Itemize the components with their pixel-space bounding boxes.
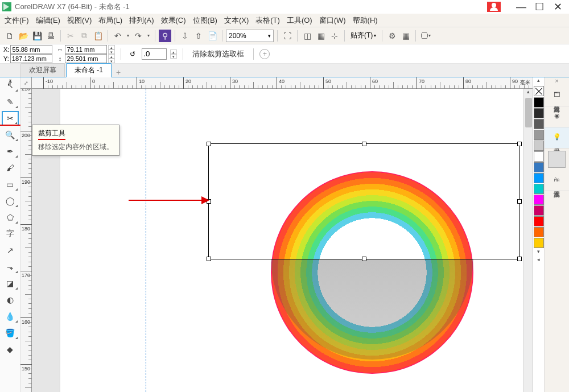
scroll-thumb[interactable] — [525, 98, 532, 127]
color-swatch[interactable] — [534, 205, 544, 216]
user-account-icon[interactable] — [487, 2, 501, 12]
color-swatch[interactable] — [534, 238, 544, 248]
parallel-dimension-tool-icon[interactable]: ↗ — [2, 244, 18, 257]
menu-bitmap[interactable]: 位图(B) — [193, 15, 217, 26]
y-position-input[interactable] — [10, 54, 52, 63]
width-spinner[interactable]: ▴▾ — [108, 45, 115, 54]
crop-handle-e[interactable] — [517, 199, 522, 204]
palette-flyout-icon[interactable]: ◂ — [533, 257, 544, 265]
color-swatch[interactable] — [534, 97, 544, 108]
clear-crop-marquee-button[interactable]: 清除裁剪选取框 — [189, 48, 248, 60]
color-swatch[interactable] — [534, 173, 544, 183]
color-swatch[interactable] — [534, 227, 544, 237]
menu-layout[interactable]: 布局(L) — [98, 15, 122, 26]
shape-tool-icon[interactable]: ✎ — [2, 95, 18, 109]
crop-tool-icon[interactable]: ✂ — [2, 112, 18, 125]
crop-handle-nw[interactable] — [207, 142, 211, 146]
crop-handle-n[interactable] — [362, 142, 366, 146]
tab-document[interactable]: 未命名 -1 — [66, 63, 112, 77]
show-guidelines-icon[interactable]: ⊹ — [328, 30, 341, 42]
connector-tool-icon[interactable]: ⬎ — [2, 260, 18, 274]
ellipse-tool-icon[interactable]: ◯ — [2, 194, 18, 208]
width-input[interactable] — [65, 45, 107, 54]
crop-handle-se[interactable] — [517, 257, 522, 261]
x-position-input[interactable] — [10, 45, 52, 54]
ruler-origin-icon[interactable]: ⤢ — [20, 77, 32, 89]
export-icon[interactable]: ⇧ — [192, 30, 205, 42]
color-swatch[interactable] — [534, 119, 544, 129]
color-swatch[interactable] — [534, 108, 544, 118]
freehand-tool-icon[interactable]: ✒ — [2, 145, 18, 158]
color-swatch[interactable] — [534, 195, 544, 205]
color-swatch[interactable] — [534, 162, 544, 172]
artistic-media-tool-icon[interactable]: 🖌 — [2, 161, 18, 175]
customize-dropdown-icon[interactable]: 🖵 ▾ — [419, 30, 432, 42]
print-icon[interactable]: 🖶 — [44, 30, 57, 42]
redo-icon[interactable]: ↷ — [132, 30, 145, 42]
menu-edit[interactable]: 编辑(E) — [36, 15, 60, 26]
close-button[interactable]: ✕ — [551, 2, 564, 12]
height-input[interactable] — [65, 54, 107, 63]
menu-tools[interactable]: 工具(O) — [287, 15, 312, 26]
minimize-button[interactable]: — — [514, 2, 528, 12]
zoom-tool-icon[interactable]: 🔍 — [2, 128, 18, 142]
color-swatch[interactable] — [534, 151, 544, 162]
app-launcher-icon[interactable]: ▦ — [399, 30, 412, 42]
color-swatch[interactable] — [534, 184, 544, 194]
smart-fill-tool-icon[interactable]: ◆ — [2, 343, 18, 356]
menu-help[interactable]: 帮助(H) — [353, 15, 378, 26]
vertical-ruler[interactable]: 210200190180170160150 — [20, 89, 32, 392]
interactive-fill-tool-icon[interactable]: 🪣 — [2, 326, 18, 340]
docker-object-properties[interactable]: 🗔 对象属性 — [545, 85, 569, 106]
new-doc-icon[interactable]: 🗋 — [3, 30, 16, 42]
crop-handle-s[interactable] — [362, 257, 366, 261]
import-icon[interactable]: ⇩ — [179, 30, 191, 42]
color-eyedropper-tool-icon[interactable]: 💧 — [2, 310, 18, 323]
options-icon[interactable]: ⚙ — [386, 30, 398, 42]
docker-close-icon[interactable]: × — [545, 77, 569, 85]
docker-hints[interactable]: 💡 提示 — [545, 127, 569, 148]
polygon-tool-icon[interactable]: ⬠ — [2, 211, 18, 224]
tab-welcome[interactable]: 欢迎屏幕 — [20, 63, 65, 77]
palette-scroll-up-icon[interactable]: ▴ — [533, 77, 544, 85]
cut-icon[interactable]: ✂ — [64, 30, 77, 42]
docker-drag-handle[interactable] — [548, 151, 566, 168]
add-property-icon[interactable]: + — [259, 49, 270, 59]
docker-lens[interactable]: ◉ 透镜 — [545, 106, 569, 127]
show-grid-icon[interactable]: ▦ — [315, 30, 327, 42]
menu-view[interactable]: 视图(V) — [67, 15, 92, 26]
save-icon[interactable]: 💾 — [31, 30, 43, 42]
snap-to-dropdown[interactable]: 贴齐(T) ▾ — [348, 30, 378, 42]
undo-icon[interactable]: ↶ — [112, 30, 124, 42]
publish-pdf-icon[interactable]: 📄 — [206, 30, 218, 42]
drawing-canvas[interactable]: 裁剪工具 移除选定内容外的区域。 — [32, 89, 533, 392]
fullscreen-preview-icon[interactable]: ⛶ — [281, 30, 294, 42]
docker-text-properties[interactable]: 🗛 文本属性 — [545, 170, 569, 191]
paste-icon[interactable]: 📋 — [92, 30, 104, 42]
drop-shadow-tool-icon[interactable]: ◪ — [2, 277, 18, 290]
crop-marquee[interactable] — [208, 143, 520, 259]
rectangle-tool-icon[interactable]: ▭ — [2, 178, 18, 191]
redo-dropdown-icon[interactable]: ▾ — [146, 30, 151, 42]
zoom-level-select[interactable]: 200%▾ — [226, 30, 274, 42]
scroll-up-icon[interactable]: ▴ — [524, 89, 533, 97]
vertical-guideline[interactable] — [146, 89, 146, 392]
menu-text[interactable]: 文本(X) — [224, 15, 249, 26]
open-icon[interactable]: 📂 — [17, 30, 30, 42]
maximize-button[interactable]: ☐ — [533, 2, 546, 12]
crop-handle-ne[interactable] — [517, 142, 522, 146]
horizontal-ruler[interactable]: 毫米 -100102030405060708090100 — [32, 77, 533, 89]
canvas-area[interactable]: ⤢ 毫米 -100102030405060708090100 210200190… — [20, 77, 533, 392]
text-tool-icon[interactable]: 字 — [2, 227, 18, 241]
add-tab-button[interactable]: + — [113, 68, 124, 77]
search-content-icon[interactable]: ⚲ — [159, 30, 171, 42]
height-spinner[interactable]: ▴▾ — [108, 54, 115, 63]
palette-scroll-down-icon[interactable]: ▾ — [533, 249, 544, 257]
pick-tool-icon[interactable]: ↖ — [2, 79, 18, 92]
menu-effects[interactable]: 效果(C) — [161, 15, 186, 26]
undo-dropdown-icon[interactable]: ▾ — [125, 30, 131, 42]
rotation-input[interactable] — [142, 48, 167, 60]
rotation-spinner[interactable]: ▴▾ — [170, 49, 177, 59]
show-rulers-icon[interactable]: ◫ — [301, 30, 314, 42]
vertical-scrollbar[interactable]: ▴ — [523, 89, 533, 392]
